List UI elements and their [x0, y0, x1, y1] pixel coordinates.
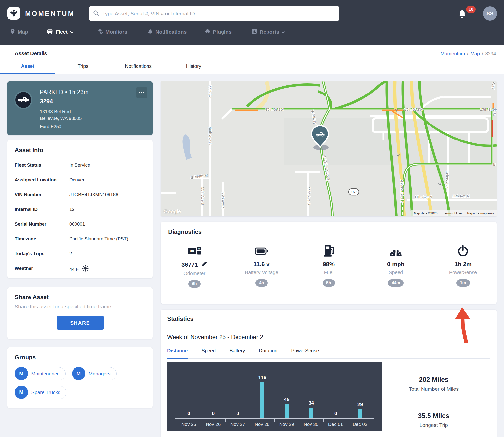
bar — [309, 408, 313, 418]
x-axis-tick-label: Nov 30 — [299, 419, 324, 430]
chart-bar-group: 34 — [299, 400, 324, 418]
nav-item-label: Map — [18, 29, 28, 35]
chart-gridline — [175, 403, 374, 403]
week-range-label: Week of November 25 - December 2 — [167, 334, 490, 341]
notification-count-badge: 10 — [466, 6, 476, 13]
breadcrumb-link-momentum[interactable]: Momentum — [440, 51, 465, 56]
tab-trips[interactable]: Trips — [55, 60, 111, 74]
asset-map-pin[interactable] — [312, 126, 329, 150]
chart-bar-group: 0 — [201, 411, 226, 418]
diagnostic-battery: 11.6 v Battery Voltage 4h — [228, 244, 295, 288]
diagnostic-speed: 0 mph Speed 44m — [362, 244, 430, 288]
asset-status-card: PARKED • 1h 23m 3294 13133 Bel RedBellev… — [7, 81, 153, 135]
chevron-down-icon — [282, 29, 285, 35]
share-button[interactable]: SHARE — [57, 316, 104, 330]
card-menu-button[interactable]: ••• — [136, 87, 147, 98]
distance-bar-chart: 0001164534029 Nov 25Nov 26Nov 27Nov 28No… — [167, 362, 382, 431]
edit-pencil-icon[interactable] — [201, 261, 207, 269]
stat-tab-powersense[interactable]: PowerSense — [291, 348, 319, 359]
nav-item-notifications[interactable]: Notifications — [148, 25, 187, 39]
truck-avatar — [14, 91, 32, 109]
chart-plot: 0001164534029 — [167, 362, 382, 418]
speedometer-icon — [362, 244, 430, 257]
bar — [358, 409, 362, 418]
stat-tab-speed[interactable]: Speed — [201, 348, 216, 359]
google-watermark: Google — [164, 208, 181, 214]
map-panel[interactable]: 167 56th Av56th Ave S55th Ave S56th Ave … — [161, 81, 497, 216]
status-line: PARKED • 1h 23m — [40, 89, 89, 95]
map-road-label: 56th Ave S — [221, 192, 225, 209]
nav-item-fleet[interactable]: Fleet — [47, 25, 73, 39]
red-arrow-annotation — [448, 307, 480, 344]
group-chips: MMaintenance MManagers MSpare Trucks — [15, 367, 145, 399]
nav-item-reports[interactable]: Reports — [252, 25, 285, 39]
bar-value-label: 0 — [187, 411, 190, 416]
terms-of-use-link[interactable]: Terms of Use — [443, 211, 462, 215]
global-search — [89, 6, 339, 21]
group-avatar: M — [72, 367, 85, 380]
map-road-label: B — [493, 162, 496, 166]
share-asset-card: Share Asset Share this asset for a speci… — [7, 287, 153, 339]
map-road-label: O St — [492, 109, 497, 116]
info-row: Weather 44 F — [15, 265, 145, 273]
chart-bar-group: 0 — [177, 411, 201, 418]
diagnostics-title: Diagnostics — [161, 228, 497, 235]
staleness-badge: 44m — [388, 279, 404, 287]
stat-tab-distance[interactable]: Distance — [167, 348, 188, 359]
group-chip-maintenance[interactable]: MMaintenance — [15, 367, 66, 380]
map-road-label: 11th Ave N — [415, 195, 432, 199]
breadcrumb-link-map[interactable]: Map — [470, 51, 480, 56]
stat-tab-battery[interactable]: Battery — [229, 348, 245, 359]
search-icon — [93, 10, 99, 17]
map-attribution: Map data ©2020 Terms of Use Report a map… — [411, 210, 497, 216]
stat-tab-duration[interactable]: Duration — [259, 348, 278, 359]
brand-logo[interactable] — [7, 7, 20, 20]
info-row: Internal ID12 — [15, 206, 145, 213]
svg-text:1: 1 — [198, 252, 200, 254]
truck-icon — [18, 96, 29, 104]
group-chip-spare-trucks[interactable]: MSpare Trucks — [15, 386, 66, 399]
map-pin-icon — [10, 29, 15, 36]
status-card-text: PARKED • 1h 23m 3294 13133 Bel RedBellev… — [40, 89, 89, 129]
bar-value-label: 116 — [258, 375, 266, 380]
brand-name: MOMENTUM — [25, 10, 75, 17]
report-map-error-link[interactable]: Report a map error — [467, 211, 494, 215]
map-road-label: 56th Ave S — [208, 127, 212, 145]
topbar: MOMENTUM 10 SS Map Fleet Monitors Noti — [0, 0, 504, 45]
info-row: VIN NumberJTGBH41JXMN109186 — [15, 191, 145, 198]
detail-tabs: Asset Trips Notifications History — [0, 60, 221, 74]
info-row: Fleet StatusIn Service — [15, 162, 145, 168]
page-header: Asset Details Momentum/Map/3294 Asset Tr… — [0, 45, 504, 74]
search-input[interactable] — [102, 11, 335, 16]
x-axis-tick-label: Nov 25 — [177, 419, 201, 430]
nav-item-monitors[interactable]: Monitors — [97, 25, 127, 39]
bar-value-label: 0 — [334, 411, 337, 416]
summary-divider — [426, 402, 442, 402]
fuel-pump-icon — [295, 244, 362, 257]
map-data-credit: Map data ©2020 — [414, 211, 437, 215]
staleness-badge: 4h — [255, 279, 268, 287]
tab-notifications[interactable]: Notifications — [111, 60, 166, 74]
odometer-icon: 0001 — [161, 244, 228, 257]
bar-value-label: 34 — [309, 400, 314, 406]
diagnostic-powersense: 1h 2m PowerSense 1m — [430, 244, 497, 288]
tab-history[interactable]: History — [166, 60, 221, 74]
highway-shield-167: 167 — [349, 189, 359, 195]
nav-item-label: Plugins — [213, 29, 232, 35]
map-road-label: Way — [492, 82, 496, 89]
tab-asset[interactable]: Asset — [0, 60, 55, 74]
chart-bar-group: 116 — [250, 375, 275, 418]
hornet-logo-icon — [9, 8, 19, 19]
avatar[interactable]: SS — [483, 6, 497, 21]
statistics-tabs: Distance Speed Battery Duration PowerSen… — [167, 348, 490, 359]
sun-icon — [82, 265, 89, 273]
asset-model: Ford F250 — [40, 124, 89, 129]
nav-item-plugins[interactable]: Plugins — [205, 25, 232, 39]
map-road-label: 59th Ave S — [307, 187, 311, 205]
map-road-label: Celery Ave — [445, 171, 449, 188]
statistics-summary: 202 Miles Total Number of Miles 35.5 Mil… — [382, 376, 485, 428]
nav-item-map[interactable]: Map — [10, 25, 28, 39]
group-chip-managers[interactable]: MManagers — [72, 367, 117, 380]
map-road-label: 55th Ave S — [201, 187, 205, 205]
chart-bar-group: 29 — [348, 402, 372, 418]
